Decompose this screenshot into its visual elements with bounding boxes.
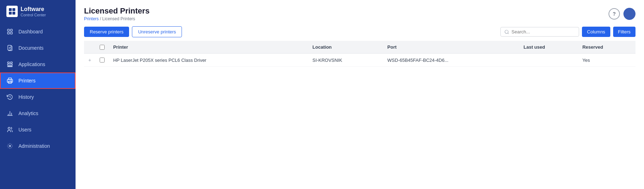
sidebar-item-documents-label: Documents — [18, 45, 44, 51]
row-reserved-cell: Yes — [578, 54, 635, 67]
select-all-checkbox[interactable] — [100, 45, 105, 50]
svg-rect-4 — [7, 29, 9, 31]
svg-rect-13 — [7, 64, 12, 65]
svg-point-25 — [8, 127, 10, 129]
svg-rect-6 — [7, 32, 9, 34]
brand-subtitle: Control Center — [21, 13, 46, 17]
col-lastused-header: Last used — [519, 41, 578, 54]
svg-line-28 — [508, 33, 509, 34]
page-title: Licensed Printers — [84, 6, 150, 16]
logo-icon — [6, 6, 18, 17]
unreserve-printers-button[interactable]: Unreserve printers — [132, 26, 182, 37]
sidebar-item-dashboard-label: Dashboard — [18, 29, 43, 34]
svg-rect-3 — [12, 12, 15, 15]
sidebar-item-printers-label: Printers — [18, 78, 35, 83]
brand-name: Loftware — [21, 6, 46, 12]
sidebar-item-history[interactable]: History — [0, 89, 76, 105]
columns-button[interactable]: Columns — [582, 27, 610, 37]
row-expand-cell: + — [84, 54, 95, 67]
breadcrumb-printers-link[interactable]: Printers — [84, 16, 99, 21]
dashboard-icon — [6, 28, 13, 35]
svg-point-27 — [505, 30, 508, 33]
sidebar-item-analytics-label: Analytics — [18, 110, 38, 116]
svg-point-26 — [9, 145, 11, 147]
sidebar-item-dashboard[interactable]: Dashboard — [0, 23, 76, 40]
col-check-header — [95, 41, 109, 54]
row-lastused-cell — [519, 54, 578, 67]
svg-rect-11 — [7, 62, 9, 63]
logo-text: Loftware Control Center — [21, 6, 46, 17]
header-left: Licensed Printers Printers / Licensed Pr… — [84, 6, 150, 21]
applications-icon — [6, 61, 13, 68]
col-location-header: Location — [308, 41, 383, 54]
col-reserved-header: Reserved — [578, 41, 635, 54]
sidebar-item-applications[interactable]: Applications — [0, 56, 76, 72]
main-header: Licensed Printers Printers / Licensed Pr… — [76, 0, 644, 21]
row-printer-cell: HP LaserJet P205X series PCL6 Class Driv… — [109, 54, 308, 67]
table-header-row: Printer Location Port Last used Reserved — [84, 41, 635, 54]
sidebar-logo: Loftware Control Center — [0, 0, 76, 21]
search-icon — [504, 29, 509, 34]
history-icon — [6, 93, 13, 101]
sidebar-item-history-label: History — [18, 94, 34, 100]
row-location-cell: SI-KROVSNIK — [308, 54, 383, 67]
sidebar: Loftware Control Center Dashboard — [0, 0, 76, 189]
sidebar-nav: Dashboard Documents — [0, 21, 76, 154]
documents-icon — [6, 44, 13, 52]
row-port-cell: WSD-65B45FAF-BC24-4D6... — [383, 54, 519, 67]
reserve-printers-button[interactable]: Reserve printers — [84, 27, 129, 37]
main-content: Licensed Printers Printers / Licensed Pr… — [76, 0, 644, 189]
col-port-header: Port — [383, 41, 519, 54]
svg-rect-2 — [9, 12, 12, 15]
sidebar-item-documents[interactable]: Documents — [0, 40, 76, 56]
sidebar-item-administration[interactable]: Administration — [0, 138, 76, 154]
svg-rect-5 — [11, 29, 12, 31]
svg-point-18 — [11, 81, 12, 81]
sidebar-item-analytics[interactable]: Analytics — [0, 105, 76, 122]
svg-rect-0 — [9, 8, 12, 11]
user-avatar[interactable] — [623, 8, 635, 20]
svg-line-20 — [10, 97, 11, 98]
printers-icon — [6, 77, 13, 84]
filters-button[interactable]: Filters — [613, 27, 635, 37]
expand-row-icon[interactable]: + — [88, 57, 91, 63]
table-row: + HP LaserJet P205X series PCL6 Class Dr… — [84, 54, 635, 67]
sidebar-item-users[interactable]: Users — [0, 122, 76, 138]
administration-icon — [6, 142, 13, 150]
toolbar: Reserve printers Unreserve printers Colu… — [76, 21, 644, 41]
sidebar-item-administration-label: Administration — [18, 143, 50, 149]
svg-rect-12 — [11, 62, 12, 63]
col-expand-header — [84, 41, 95, 54]
breadcrumb: Printers / Licensed Printers — [84, 16, 150, 21]
help-button[interactable]: ? — [609, 8, 620, 20]
svg-rect-1 — [12, 8, 15, 11]
row-checkbox[interactable] — [100, 58, 105, 63]
printers-table: Printer Location Port Last used Reserved… — [84, 41, 635, 67]
sidebar-item-applications-label: Applications — [18, 61, 45, 67]
search-box — [500, 27, 579, 37]
col-printer-header: Printer — [109, 41, 308, 54]
sidebar-item-printers[interactable]: Printers — [0, 72, 76, 89]
header-right: ? — [609, 8, 635, 20]
table-wrap: Printer Location Port Last used Reserved… — [76, 41, 644, 189]
search-input[interactable] — [511, 29, 575, 34]
analytics-icon — [6, 110, 13, 117]
sidebar-item-users-label: Users — [18, 127, 32, 133]
svg-rect-14 — [7, 66, 12, 67]
users-icon — [6, 126, 13, 133]
row-check-cell — [95, 54, 109, 67]
svg-rect-7 — [11, 32, 12, 34]
breadcrumb-current: Licensed Printers — [102, 16, 135, 21]
